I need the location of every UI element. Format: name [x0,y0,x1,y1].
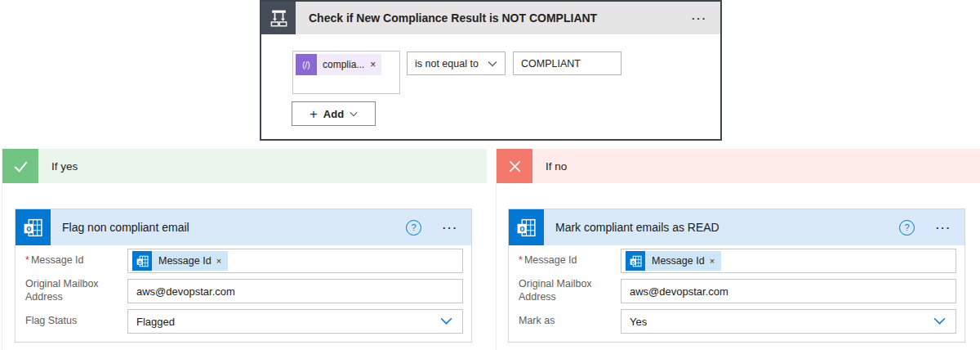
form-row-message-id: *Message Id o [25,249,463,273]
outlook-icon: o [132,251,152,271]
condition-more-menu-icon[interactable]: ··· [679,2,720,34]
condition-operator-value: is not equal to [415,58,479,70]
condition-value-text: COMPLIANT [521,58,581,70]
flag-email-action-card[interactable]: o Flag non compliant email ? ··· *Messag… [15,209,472,343]
field-label: *Message Id [519,254,621,267]
condition-branch-icon [261,2,296,34]
add-button-label: Add [323,108,344,120]
svg-text:o: o [138,258,141,264]
message-id-input[interactable]: o Message Id × [621,249,956,273]
plus-icon: + [310,107,318,121]
action-title: Mark compliant emails as READ [544,221,899,234]
if-yes-label: If yes [38,149,78,183]
condition-value-input[interactable]: COMPLIANT [513,52,621,75]
mark-as-dropdown[interactable]: Yes [621,309,956,334]
condition-operator-select[interactable]: is not equal to [407,52,506,75]
mailbox-address-input[interactable]: aws@devopstar.com [127,279,463,303]
condition-title: Check if New Compliance Result is NOT CO… [296,2,679,34]
action-more-menu-icon[interactable]: ··· [430,222,471,234]
if-yes-branch-header[interactable]: If yes [2,149,487,183]
field-label: Flag Status [25,315,127,328]
condition-card[interactable]: Check if New Compliance Result is NOT CO… [260,0,722,141]
token-label: Message Id [652,255,705,267]
help-icon[interactable]: ? [406,220,421,236]
condition-card-header[interactable]: Check if New Compliance Result is NOT CO… [261,2,720,34]
if-no-branch-header[interactable]: If no [497,149,980,183]
message-id-input[interactable]: o Message Id × [127,249,463,273]
remove-token-icon[interactable]: × [710,256,715,266]
message-id-token[interactable]: o Message Id × [132,251,228,271]
form-row-message-id: *Message Id o [519,249,956,273]
action-card-header[interactable]: o Flag non compliant email ? ··· [16,209,471,245]
action-more-menu-icon[interactable]: ··· [923,222,964,234]
if-no-label: If no [532,149,567,183]
check-icon [2,149,38,183]
add-condition-button[interactable]: + Add [292,101,376,126]
form-row-mailbox: Original Mailbox Address aws@devopstar.c… [519,279,956,303]
svg-text:o: o [631,258,635,264]
field-label: Original Mailbox Address [519,278,621,303]
help-icon[interactable]: ? [899,220,915,236]
remove-token-icon[interactable]: × [216,256,221,266]
condition-body: (/) complia... × is not equal to COMPLIA… [261,34,720,139]
action-title: Flag non compliant email [51,221,406,234]
message-id-token[interactable]: o Message Id × [626,251,721,271]
action-card-header[interactable]: o Mark compliant emails as READ ? ··· [509,209,964,245]
field-label: Mark as [519,315,621,328]
token-label: Message Id [158,255,212,267]
svg-text:o: o [519,224,524,233]
chevron-down-icon [488,61,497,67]
form-row-mark-as: Mark as Yes [519,309,956,334]
chevron-down-icon [440,317,452,325]
condition-operand-field[interactable]: (/) complia... × [292,51,400,94]
x-icon [497,149,532,183]
svg-text:o: o [26,224,31,233]
expression-token-label: complia... [323,59,364,70]
mark-read-action-card[interactable]: o Mark compliant emails as READ ? ··· *M… [508,209,965,343]
field-label: *Message Id [25,254,127,267]
flow-designer-canvas: Check if New Compliance Result is NOT CO… [0,0,980,350]
form-row-mailbox: Original Mailbox Address aws@devopstar.c… [25,279,463,303]
field-label: Original Mailbox Address [25,278,127,303]
remove-token-icon[interactable]: × [370,59,376,70]
chevron-down-icon [350,111,358,117]
chevron-down-icon [933,317,946,325]
expression-token[interactable]: (/) complia... × [296,54,381,75]
expression-icon: (/) [296,54,317,75]
outlook-icon: o [626,251,645,271]
outlook-icon: o [16,209,51,245]
mailbox-address-input[interactable]: aws@devopstar.com [621,279,956,303]
outlook-icon: o [509,209,544,245]
form-row-flag-status: Flag Status Flagged [25,309,463,334]
flag-status-dropdown[interactable]: Flagged [127,309,463,334]
